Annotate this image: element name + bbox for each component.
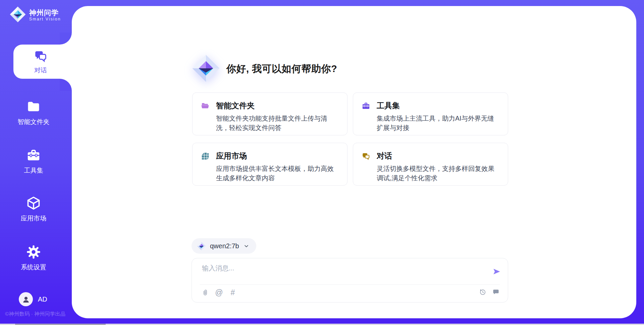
sidebar: 神州问学 Smart Vision 对话 智能文件夹 [0,0,72,324]
sidebar-item-toolset[interactable]: 工具集 [0,148,67,175]
horizontal-scrollbar[interactable] [0,324,644,325]
grid-icon [201,152,210,160]
card-smart-folder[interactable]: 智能文件夹 智能文件夹功能支持批量文件上传与清洗，轻松实现文件问答 [192,92,347,135]
history-icon[interactable] [478,288,486,296]
card-title: 应用市场 [216,151,247,161]
sidebar-item-smart-folder[interactable]: 智能文件夹 [0,99,67,126]
brand-subtitle: Smart Vision [29,17,61,21]
brand-diamond-icon [9,6,26,24]
composer-divider [200,284,500,285]
sidebar-item-label: 应用市场 [21,214,46,223]
card-toolset[interactable]: 工具集 集成市场上主流工具，助力AI与外界无缝扩展与对接 [353,92,508,135]
cube-icon [26,196,41,210]
sidebar-item-app-market[interactable]: 应用市场 [0,196,67,223]
chevron-down-icon [243,243,250,249]
user-name: AD [38,296,47,303]
sidebar-item-label: 对话 [34,66,47,75]
folder-icon [26,99,41,114]
card-title: 工具集 [377,101,400,111]
gear-icon [26,245,41,259]
avatar [19,292,33,306]
copyright-text: ©神州数码 · 神州问学出品 [5,311,65,318]
chat-icon [362,152,370,160]
logo-diamond-icon [192,54,220,84]
composer-toolbar: @ # [201,288,237,297]
composer-right-tools [478,288,500,296]
brand-name: 神州问学 [29,9,61,17]
toolbox-icon [362,102,370,110]
app-window: 神州问学 Smart Vision 对话 智能文件夹 [0,0,644,325]
send-icon[interactable] [492,267,501,276]
chat-icon [34,49,48,63]
card-app-market[interactable]: 应用市场 应用市场提供丰富长文本模板，助力高效生成多样化文章内容 [192,143,347,186]
model-selector[interactable]: qwen2:7b [192,238,256,254]
model-name: qwen2:7b [210,242,239,250]
scrollbar-thumb[interactable] [15,324,106,325]
tab-fillet-bottom [60,79,72,91]
card-description: 应用市场提供丰富长文本模板，助力高效生成多样化文章内容 [216,164,338,183]
hash-icon[interactable]: # [229,288,237,297]
greeting-text: 你好, 我可以如何帮助你? [226,62,337,76]
toolbox-icon [26,148,41,162]
user-profile[interactable]: AD [19,292,47,306]
sidebar-item-chat[interactable]: 对话 [13,45,72,79]
brand-logo: 神州问学 Smart Vision [9,6,61,24]
main-panel: 你好, 我可以如何帮助你? 智能文件夹 智能文件夹功能支持批量文件上传与清洗，轻… [72,6,636,318]
sidebar-item-label: 系统设置 [21,263,46,272]
message-composer: @ # [192,258,508,303]
card-description: 集成市场上主流工具，助力AI与外界无缝扩展与对接 [377,114,499,132]
logo-diamond-icon [197,242,206,251]
folder-open-icon [201,102,210,110]
card-title: 智能文件夹 [216,101,255,111]
sidebar-item-label: 智能文件夹 [18,118,50,126]
card-description: 智能文件夹功能支持批量文件上传与清洗，轻松实现文件问答 [216,114,338,132]
card-description: 灵活切换多模型文件，支持多样回复效果调试,满足个性化需求 [377,164,499,183]
card-title: 对话 [377,151,392,161]
chat-bubble-icon[interactable] [492,288,500,296]
tab-fillet-top [60,32,72,45]
paperclip-icon[interactable] [201,288,209,297]
feature-cards: 智能文件夹 智能文件夹功能支持批量文件上传与清洗，轻松实现文件问答 [192,92,514,186]
greeting: 你好, 我可以如何帮助你? [192,54,337,84]
message-input[interactable] [202,264,457,282]
at-icon[interactable]: @ [215,288,223,297]
sidebar-item-settings[interactable]: 系统设置 [0,245,67,272]
sidebar-item-label: 工具集 [24,166,43,175]
card-chat[interactable]: 对话 灵活切换多模型文件，支持多样回复效果调试,满足个性化需求 [353,143,508,186]
